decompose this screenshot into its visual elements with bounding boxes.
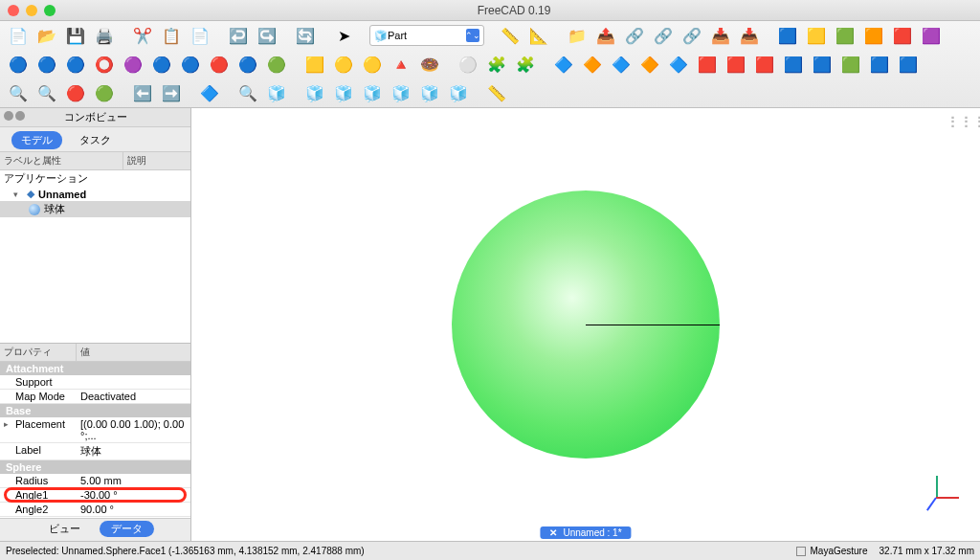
document-tab[interactable]: ✕ Unnamed : 1* bbox=[540, 526, 631, 539]
extrude-button[interactable]: 🔷 bbox=[551, 52, 576, 77]
prim-torus-button[interactable]: 🍩 bbox=[417, 52, 442, 77]
thickness-button[interactable]: 🟩 bbox=[838, 52, 863, 77]
select-all-button[interactable]: 🔍 bbox=[34, 80, 59, 105]
sweep-button[interactable]: 🟥 bbox=[752, 52, 777, 77]
loft-button[interactable]: 🟥 bbox=[724, 52, 748, 77]
pointer-button[interactable]: ➤ bbox=[331, 23, 356, 48]
part-extrude-button[interactable]: 🟦 bbox=[775, 23, 800, 48]
cut-button[interactable]: ✂️ bbox=[130, 23, 155, 48]
prop-val[interactable] bbox=[77, 375, 190, 389]
view-rear-button[interactable]: 🧊 bbox=[389, 80, 413, 105]
split-slice-button[interactable]: 🔵 bbox=[235, 52, 260, 77]
axis-gizmo[interactable] bbox=[928, 470, 967, 508]
link-import-all-button[interactable]: 📥 bbox=[737, 23, 762, 48]
new-file-button[interactable]: 📄 bbox=[6, 23, 31, 48]
export-button[interactable]: 📤 bbox=[593, 23, 618, 48]
link-import-button[interactable]: 📥 bbox=[708, 23, 733, 48]
prim-tube-button[interactable]: ⚪ bbox=[456, 52, 480, 77]
tab-data[interactable]: データ bbox=[100, 521, 154, 537]
prop-placement[interactable]: ▸ Placement [(0.00 0.00 1.00); 0.00 °;..… bbox=[0, 417, 190, 443]
maximize-window-button[interactable] bbox=[44, 5, 56, 16]
prop-support[interactable]: Support bbox=[0, 375, 190, 390]
part-fillet-button[interactable]: 🟧 bbox=[861, 23, 886, 48]
view-top-button[interactable]: 🧊 bbox=[331, 80, 356, 105]
prop-angle2[interactable]: Angle2 90.00 ° bbox=[0, 503, 190, 517]
nav-fwd-button[interactable]: ➡️ bbox=[159, 80, 184, 105]
ruled-button[interactable]: 🟥 bbox=[695, 52, 720, 77]
prim-cylinder-button[interactable]: 🟡 bbox=[331, 52, 356, 77]
panel-dock-controls[interactable] bbox=[4, 111, 25, 121]
chevron-down-icon[interactable]: ▾ bbox=[13, 190, 23, 199]
part-mirror-button[interactable]: 🟩 bbox=[833, 23, 858, 48]
part-ruled-button[interactable]: 🟪 bbox=[919, 23, 944, 48]
part-chamfer-button[interactable]: 🟥 bbox=[890, 23, 915, 48]
select-back-button[interactable]: 🔴 bbox=[63, 80, 88, 105]
open-file-button[interactable]: 📂 bbox=[34, 23, 59, 48]
view-left-button[interactable]: 🧊 bbox=[446, 80, 471, 105]
prop-val[interactable]: Deactivated bbox=[77, 390, 190, 403]
prim-sphere-button[interactable]: 🟡 bbox=[360, 52, 385, 77]
prim-cube-button[interactable]: 🟨 bbox=[302, 52, 327, 77]
select-link-button[interactable]: 🔷 bbox=[197, 80, 222, 105]
tree-document[interactable]: ▾ ◆ Unnamed bbox=[0, 187, 190, 201]
tree-root[interactable]: アプリケーション bbox=[0, 170, 190, 187]
prop-radius[interactable]: Radius 5.00 mm bbox=[0, 474, 190, 488]
link-replace-button[interactable]: 🔗 bbox=[679, 23, 704, 48]
nav-back-button[interactable]: ⬅️ bbox=[130, 80, 155, 105]
split-fragments-button[interactable]: 🔴 bbox=[207, 52, 232, 77]
copy-button[interactable]: 📋 bbox=[159, 23, 184, 48]
undo-button[interactable]: ↩️ bbox=[226, 23, 251, 48]
view-bottom-button[interactable]: 🧊 bbox=[417, 80, 442, 105]
select-bbox-button[interactable]: 🟢 bbox=[92, 80, 117, 105]
bool-cutout-button[interactable]: 🔵 bbox=[178, 52, 203, 77]
prop-val[interactable]: [(0.00 0.00 1.00); 0.00 °;... bbox=[77, 417, 190, 442]
offset2d-button[interactable]: 🟦 bbox=[810, 52, 835, 77]
measure-angular-button[interactable]: 📐 bbox=[526, 23, 551, 48]
prop-val[interactable]: 90.00 ° bbox=[77, 503, 190, 516]
tab-task[interactable]: タスク bbox=[70, 131, 121, 149]
attach-button[interactable]: 🟦 bbox=[896, 52, 921, 77]
revolve-button[interactable]: 🔶 bbox=[580, 52, 605, 77]
nav-cube[interactable]: ⠇⠇⠇ bbox=[949, 114, 974, 127]
offset3d-button[interactable]: 🟦 bbox=[781, 52, 806, 77]
prop-val[interactable]: -30.00 ° bbox=[77, 488, 190, 502]
refresh-button[interactable]: 🔄 bbox=[293, 23, 318, 48]
bool-fuse-button[interactable]: 🔵 bbox=[34, 52, 59, 77]
close-icon[interactable]: ✕ bbox=[549, 527, 557, 538]
prop-angle3[interactable]: Angle3 360.00 ° bbox=[0, 517, 190, 518]
link-add-button[interactable]: 🔗 bbox=[651, 23, 676, 48]
tab-model[interactable]: モデル bbox=[11, 131, 62, 149]
close-window-button[interactable] bbox=[8, 5, 19, 16]
prop-label[interactable]: Label 球体 bbox=[0, 443, 190, 460]
redo-button[interactable]: ↪️ bbox=[255, 23, 279, 48]
minimize-window-button[interactable] bbox=[26, 5, 37, 16]
split-xor-button[interactable]: 🟢 bbox=[264, 52, 289, 77]
tree-item-sphere[interactable]: 球体 bbox=[0, 201, 190, 217]
proj-button[interactable]: 🟦 bbox=[867, 52, 892, 77]
nav-style-selector[interactable]: MayaGesture bbox=[796, 546, 867, 556]
mirror-button[interactable]: 🔷 bbox=[609, 52, 634, 77]
select-button[interactable]: 🔍 bbox=[6, 80, 31, 105]
bool-cut-button[interactable]: 🔵 bbox=[6, 52, 31, 77]
measure-linear-button[interactable]: 📏 bbox=[498, 23, 523, 48]
fillet-button[interactable]: 🔶 bbox=[637, 52, 662, 77]
tab-view[interactable]: ビュー bbox=[37, 521, 92, 537]
prop-mapmode[interactable]: Map Mode Deactivated bbox=[0, 390, 190, 404]
bool-embed-button[interactable]: 🔵 bbox=[149, 52, 174, 77]
prop-angle1[interactable]: Angle1 -30.00 ° bbox=[0, 488, 190, 503]
print-button[interactable]: 🖨️ bbox=[92, 23, 117, 48]
prim-cone-button[interactable]: 🔺 bbox=[389, 52, 413, 77]
prop-val[interactable]: 球体 bbox=[77, 443, 190, 459]
model-tree[interactable]: アプリケーション ▾ ◆ Unnamed 球体 bbox=[0, 170, 190, 343]
link-button[interactable]: 🔗 bbox=[622, 23, 647, 48]
workbench-selector[interactable]: 🧊 Part ⌃⌄ bbox=[369, 25, 484, 46]
bool-section-button[interactable]: ⭕ bbox=[92, 52, 117, 77]
view-right-button[interactable]: 🧊 bbox=[360, 80, 385, 105]
measure-button[interactable]: 📏 bbox=[484, 80, 509, 105]
prop-val[interactable]: 360.00 ° bbox=[77, 517, 190, 518]
zoom-fit-button[interactable]: 🔍 bbox=[235, 80, 260, 105]
chevron-right-icon[interactable]: ▸ bbox=[4, 419, 9, 429]
property-list[interactable]: Attachment Support Map Mode Deactivated … bbox=[0, 362, 190, 518]
prim-builder-button[interactable]: 🧩 bbox=[484, 52, 509, 77]
save-file-button[interactable]: 💾 bbox=[63, 23, 88, 48]
